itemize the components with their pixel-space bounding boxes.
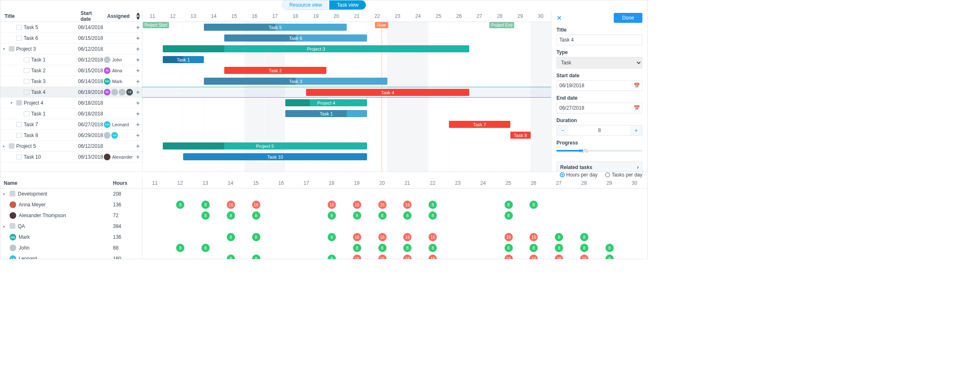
chevron-right-icon: › xyxy=(637,164,639,170)
resource-row[interactable]: ▾Development208 xyxy=(0,189,142,199)
task-row[interactable]: Task 206/15/2018AlAlina+ xyxy=(0,65,142,76)
add-task-button[interactable]: + xyxy=(134,46,142,52)
task-row[interactable]: Task 506/14/2018+ xyxy=(0,22,142,33)
day-header: 22 xyxy=(367,10,387,22)
title-input[interactable] xyxy=(556,34,642,45)
done-button[interactable]: Done xyxy=(614,13,642,23)
add-task-button[interactable]: + xyxy=(134,24,142,31)
task-title: Task 8 xyxy=(24,132,38,138)
add-task-button[interactable]: + xyxy=(134,100,142,106)
gantt-bar[interactable]: Project 5 xyxy=(163,142,367,149)
duration-increment[interactable]: + xyxy=(630,125,642,135)
task-row[interactable]: Task 606/15/2018+ xyxy=(0,33,142,44)
add-task-button[interactable]: + xyxy=(134,121,142,128)
progress-slider[interactable]: 31% xyxy=(556,150,642,157)
task-row[interactable]: Task 106/12/2018John+ xyxy=(0,54,142,65)
add-task-button[interactable]: + xyxy=(134,67,142,74)
resource-name: Anna Meyer xyxy=(19,202,46,208)
resource-row[interactable]: MaMark136 xyxy=(0,232,142,243)
avatar xyxy=(104,56,110,63)
day-header: 13 xyxy=(183,10,203,22)
gantt-bar[interactable]: Task 1 xyxy=(285,110,367,117)
gantt-bar[interactable]: Task 5 xyxy=(204,24,347,31)
resource-row[interactable]: Alexander Thompson72 xyxy=(0,210,142,221)
hours-pill: 8 xyxy=(227,211,235,220)
duration-decrement[interactable]: − xyxy=(557,125,568,135)
doc-icon xyxy=(24,68,29,73)
add-task-button[interactable]: + xyxy=(134,56,142,63)
gantt-bar[interactable]: Task 8 xyxy=(510,132,531,139)
avatar: Le xyxy=(111,132,118,139)
hours-pill: 8 xyxy=(605,255,614,259)
gantt-bar[interactable]: Project 3 xyxy=(163,45,469,52)
related-tasks-toggle[interactable]: Related tasks › xyxy=(556,162,642,172)
radio-tasks-per-day[interactable]: Tasks per day xyxy=(605,172,642,178)
hours-pill: 16 xyxy=(378,255,387,259)
gantt-bar[interactable]: Task 10 xyxy=(183,153,367,160)
task-row[interactable]: Task 306/14/2018MaMark+ xyxy=(0,76,142,87)
hours-pill: 8 xyxy=(505,244,513,252)
task-row[interactable]: Task 1006/13/2018Alexander+ xyxy=(0,152,142,162)
doc-icon xyxy=(24,90,29,95)
gantt-bar[interactable]: Task 2 xyxy=(224,67,326,74)
resource-hours: 208 xyxy=(113,191,142,197)
task-row[interactable]: Task 406/19/2018Al+2+ xyxy=(0,87,142,98)
task-row[interactable]: ▸Project 506/12/2018+ xyxy=(0,141,142,152)
task-start-date: 06/19/2018 xyxy=(77,89,104,95)
chevron-down-icon[interactable]: ▸ xyxy=(3,144,7,148)
gantt-bar[interactable]: Task 6 xyxy=(224,34,367,42)
task-row[interactable]: Task 106/18/2018+ xyxy=(0,108,142,119)
radio-hours-per-day[interactable]: Hours per day xyxy=(560,172,598,178)
chevron-down-icon[interactable]: ▾ xyxy=(3,47,7,51)
resource-row[interactable]: LeLeonard160 xyxy=(0,253,142,259)
gantt-timeline-header: 1112131415161718192021222324252627282930 xyxy=(142,10,551,22)
task-row[interactable]: Task 706/27/2018LeLeonard+ xyxy=(0,119,142,130)
task-row[interactable]: Task 806/29/2018Le+ xyxy=(0,130,142,141)
doc-icon xyxy=(16,122,22,127)
add-column-button[interactable]: + xyxy=(137,13,140,20)
folder-icon xyxy=(10,224,15,229)
resource-row[interactable]: ▾QA384 xyxy=(0,221,142,232)
day-header: 12 xyxy=(163,10,183,22)
task-title: Project 4 xyxy=(24,100,43,106)
add-task-button[interactable]: + xyxy=(134,35,142,42)
hours-pill: 8 xyxy=(429,244,437,252)
chevron-down-icon[interactable]: ▾ xyxy=(3,224,7,229)
add-task-button[interactable]: + xyxy=(134,143,142,149)
doc-icon xyxy=(24,79,29,84)
chevron-down-icon[interactable]: ▾ xyxy=(3,192,7,196)
resource-name: John xyxy=(19,245,29,251)
avatar xyxy=(10,212,16,219)
gantt-body[interactable]: Task 5Task 6Project 3Task 1Task 2Task 3T… xyxy=(142,22,551,172)
task-assigned: Le xyxy=(104,132,134,139)
add-task-button[interactable]: + xyxy=(134,110,142,117)
day-header: 23 xyxy=(387,10,408,22)
related-tasks-label: Related tasks xyxy=(560,164,592,170)
gantt-bar[interactable]: Task 4 xyxy=(306,89,470,96)
gantt-bar[interactable]: Task 7 xyxy=(449,121,510,128)
day-header: 15 xyxy=(224,10,245,22)
gantt-bar[interactable]: Project 4 xyxy=(285,99,367,106)
start-date-input[interactable] xyxy=(556,80,642,91)
chevron-down-icon[interactable]: ▾ xyxy=(10,100,15,105)
end-date-input[interactable] xyxy=(556,103,642,113)
tab-task-view[interactable]: Task view xyxy=(329,0,366,10)
calendar-icon[interactable]: 📅 xyxy=(634,83,640,88)
gantt-bar[interactable]: Task 3 xyxy=(204,78,388,85)
add-task-button[interactable]: + xyxy=(134,154,142,160)
gantt-bar[interactable]: Task 1 xyxy=(163,56,203,63)
resource-row[interactable]: John88 xyxy=(0,243,142,253)
add-task-button[interactable]: + xyxy=(134,132,142,139)
add-task-button[interactable]: + xyxy=(134,78,142,85)
hours-pill: 8 xyxy=(328,255,336,259)
calendar-icon[interactable]: 📅 xyxy=(634,105,640,111)
task-row[interactable]: ▾Project 306/12/2018+ xyxy=(0,44,142,54)
resource-hours: 136 xyxy=(113,234,142,240)
add-task-button[interactable]: + xyxy=(134,89,142,96)
tab-resource-view[interactable]: Resource view xyxy=(282,0,330,10)
hours-pill: 8 xyxy=(227,255,235,259)
resource-row[interactable]: Anna Meyer136 xyxy=(0,199,142,210)
type-select[interactable]: Task xyxy=(556,57,642,69)
close-icon[interactable]: ✕ xyxy=(556,14,562,22)
task-row[interactable]: ▾Project 406/18/2018+ xyxy=(0,98,142,108)
